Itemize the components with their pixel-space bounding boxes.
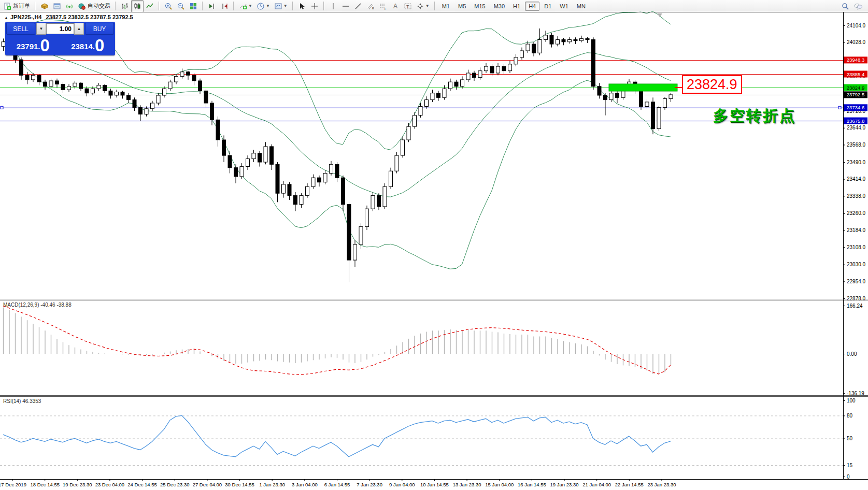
svg-text:23644.0: 23644.0 <box>847 125 866 131</box>
annotation-note-text[interactable]: 多空转折点 <box>713 106 796 126</box>
candles <box>2 28 673 282</box>
svg-text:23490.0: 23490.0 <box>847 160 866 165</box>
buy-button[interactable]: BUY <box>85 23 114 35</box>
svg-text:25 Dec 23:30: 25 Dec 23:30 <box>160 482 190 487</box>
collapse-ohlc-icon[interactable]: ▲ <box>4 16 8 20</box>
svg-text:10 Jan 14:55: 10 Jan 14:55 <box>420 482 449 487</box>
svg-text:-136.19: -136.19 <box>847 391 864 396</box>
volume-input[interactable]: 1.00 <box>46 23 74 34</box>
svg-text:23948.3: 23948.3 <box>847 57 864 63</box>
ohlc-values: 23827.5 23832.5 23787.5 23792.5 <box>46 14 133 20</box>
macd-signal-line <box>3 306 671 374</box>
sell-button[interactable]: SELL <box>6 23 35 35</box>
svg-text:19 Dec 23:30: 19 Dec 23:30 <box>63 482 92 487</box>
svg-text:0: 0 <box>847 474 850 480</box>
sell-price[interactable]: 23791.0 <box>6 36 60 54</box>
svg-text:23675.8: 23675.8 <box>847 118 864 124</box>
svg-text:166.24: 166.24 <box>847 303 863 309</box>
svg-text:23568.0: 23568.0 <box>847 142 866 148</box>
svg-text:22878.0: 22878.0 <box>847 296 866 301</box>
svg-text:23338.0: 23338.0 <box>847 193 866 199</box>
buy-price[interactable]: 23814.0 <box>61 36 115 54</box>
svg-text:7 Jan 23:30: 7 Jan 23:30 <box>357 482 382 487</box>
one-click-trading-panel: SELL ▼ 1.00 ▲ BUY 23791.0 23814.0 <box>5 22 115 55</box>
svg-text:15 Jan 04:00: 15 Jan 04:00 <box>485 482 514 487</box>
svg-text:23108.0: 23108.0 <box>847 244 866 250</box>
svg-text:24104.0: 24104.0 <box>847 23 866 28</box>
chart-shift-marker <box>657 13 662 17</box>
svg-text:50: 50 <box>847 436 853 441</box>
svg-text:16 Jan 14:55: 16 Jan 14:55 <box>518 482 546 487</box>
svg-text:23030.0: 23030.0 <box>847 262 866 267</box>
svg-text:23414.0: 23414.0 <box>847 176 866 182</box>
buy-price-small: 23814. <box>71 40 95 53</box>
svg-text:80: 80 <box>847 413 853 419</box>
rsi-level-lines <box>0 416 843 466</box>
svg-text:24 Dec 14:55: 24 Dec 14:55 <box>127 482 157 487</box>
svg-text:23792.5: 23792.5 <box>847 92 864 97</box>
svg-text:23885.4: 23885.4 <box>847 71 864 77</box>
chart-symbol-line: ▲JPN225-,H423827.5 23832.5 23787.5 23792… <box>4 14 133 20</box>
svg-text:3 Jan 04:00: 3 Jan 04:00 <box>292 482 318 487</box>
chart-canvas[interactable]: 24104.024028.023874.023720.023644.023568… <box>0 0 868 490</box>
svg-text:15: 15 <box>847 463 853 468</box>
macd-axis-ticks: 166.240.00-136.19 <box>843 303 864 396</box>
rsi-indicator-label: RSI(14) 46.3353 <box>3 398 41 404</box>
svg-text:30 Dec 14:55: 30 Dec 14:55 <box>225 482 254 487</box>
highlight-zone <box>609 84 683 91</box>
svg-text:1 Jan 23:30: 1 Jan 23:30 <box>259 482 285 487</box>
svg-text:19 Jan 23:30: 19 Jan 23:30 <box>550 482 579 487</box>
volume-decrease-button[interactable]: ▼ <box>36 23 46 35</box>
macd-indicator-label: MACD(12,26,9) -40.46 -38.88 <box>3 302 72 308</box>
rsi-line <box>3 415 671 456</box>
svg-text:0.00: 0.00 <box>847 351 857 357</box>
rsi-axis-ticks: 1008050150 <box>843 398 856 480</box>
svg-text:23184.0: 23184.0 <box>847 227 866 233</box>
svg-text:23260.0: 23260.0 <box>847 210 866 216</box>
annotation-price-label[interactable]: 23824.9 <box>682 75 742 94</box>
svg-text:22954.0: 22954.0 <box>847 279 866 284</box>
svg-text:24028.0: 24028.0 <box>847 39 866 45</box>
buy-price-big: 0 <box>95 38 104 53</box>
svg-text:21 Jan 04:00: 21 Jan 04:00 <box>582 482 611 487</box>
date-axis: 17 Dec 201918 Dec 14:5519 Dec 23:3023 De… <box>0 479 676 487</box>
volume-increase-button[interactable]: ▲ <box>74 23 84 35</box>
svg-text:23824.9: 23824.9 <box>847 85 864 91</box>
svg-text:23 Jan 23:30: 23 Jan 23:30 <box>648 482 676 487</box>
svg-text:23734.6: 23734.6 <box>847 105 864 110</box>
svg-text:13 Jan 23:30: 13 Jan 23:30 <box>453 482 481 487</box>
svg-text:18 Dec 14:55: 18 Dec 14:55 <box>30 482 60 487</box>
sell-price-small: 23791. <box>17 40 40 53</box>
svg-text:100: 100 <box>847 398 856 403</box>
svg-text:27 Dec 04:00: 27 Dec 04:00 <box>193 482 222 487</box>
svg-text:23 Dec 04:00: 23 Dec 04:00 <box>95 482 125 487</box>
sell-price-big: 0 <box>40 38 49 53</box>
macd-histogram <box>4 308 671 375</box>
svg-text:9 Jan 04:00: 9 Jan 04:00 <box>389 482 415 487</box>
svg-text:17 Dec 2019: 17 Dec 2019 <box>0 482 26 487</box>
price-axis-ticks: 24104.024028.023874.023720.023644.023568… <box>843 23 866 301</box>
svg-text:6 Jan 14:55: 6 Jan 14:55 <box>324 482 350 487</box>
svg-text:22 Jan 14:55: 22 Jan 14:55 <box>615 482 644 487</box>
mt-terminal-window: 新订单 自动交易 <box>0 0 868 490</box>
symbol-name: JPN225-,H4 <box>10 14 42 20</box>
